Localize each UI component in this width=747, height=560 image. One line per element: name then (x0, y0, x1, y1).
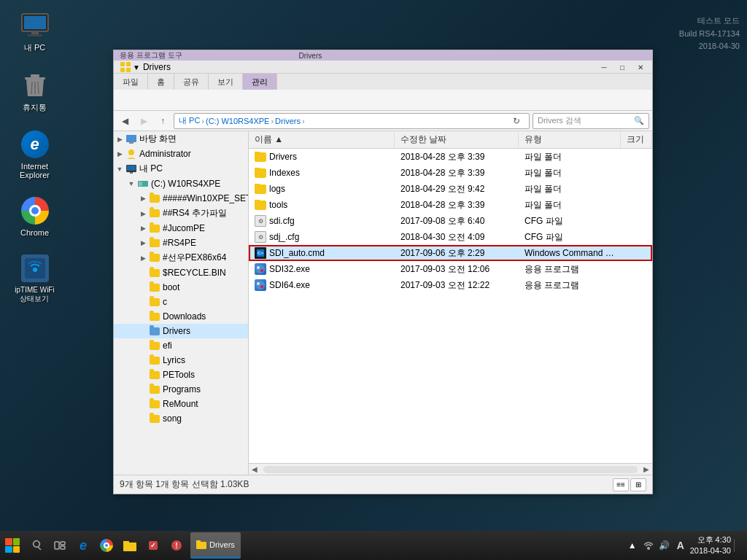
tree-item-downloads[interactable]: Downloads (114, 309, 248, 324)
tree-label-rs4: ##RS4 추가파일 (163, 207, 227, 219)
tree-item-song[interactable]: song (114, 411, 248, 426)
taskbar-task-view-icon[interactable] (50, 535, 70, 556)
tree-label-drive-c: (C:) W10RS4XPE (151, 179, 220, 189)
file-row-sdi64[interactable]: SDI64.exe 2017-09-03 오전 12:22 응용 프로그램 (249, 277, 652, 293)
tree-item-rs4[interactable]: ▶ ##RS4 추가파일 (114, 206, 248, 221)
tree-item-petools[interactable]: PETools (114, 368, 248, 382)
taskbar-search-icon[interactable] (26, 535, 47, 556)
file-row-indexes[interactable]: Indexes 2018-04-28 오후 3:39 파일 폴더 (249, 165, 652, 181)
col-header-name[interactable]: 이름 ▲ (249, 132, 395, 147)
svg-point-41 (647, 547, 650, 550)
tab-share[interactable]: 공유 (174, 74, 209, 90)
up-button[interactable]: ↑ (155, 113, 171, 129)
tab-file[interactable]: 파일 (114, 74, 148, 90)
maximize-button[interactable]: □ (614, 61, 631, 73)
folder-jucom-icon (149, 222, 160, 234)
file-row-tools[interactable]: tools 2018-04-28 오후 3:39 파일 폴더 (249, 197, 652, 213)
window-controls: ─ □ ✕ (595, 61, 649, 73)
tab-manage[interactable]: 관리 (243, 74, 277, 90)
minimize-button[interactable]: ─ (595, 61, 613, 73)
tab-view[interactable]: 보기 (209, 74, 243, 90)
file-row-sdi-cfg[interactable]: ⚙ sdi.cfg 2017-09-08 오후 6:40 CFG 파일 (249, 213, 652, 229)
desktop-icon-my-pc[interactable]: 내 PC (7, 7, 62, 56)
tree-item-admin[interactable]: ▶ Administrator (114, 147, 248, 161)
tree-item-drive-c[interactable]: ▼ (C:) W10RS4XPE (114, 176, 248, 191)
tree-item-c[interactable]: c (114, 295, 248, 309)
tray-up-arrow-icon[interactable]: ▲ (626, 539, 639, 552)
details-view-button[interactable]: ≡≡ (613, 478, 629, 491)
taskbar-ie-icon[interactable]: e (73, 535, 93, 556)
file-name-tools: tools (249, 200, 395, 210)
system-clock[interactable]: 오후 4:30 2018-04-30 (690, 534, 731, 557)
desktop-icon-recycle[interactable]: 휴지통 (7, 67, 62, 116)
horizontal-scrollbar[interactable]: ◀ ▶ (249, 463, 652, 475)
taskbar-file-manager-icon[interactable] (120, 535, 140, 556)
tree-label-jucom: #JucomPE (163, 223, 205, 233)
breadcrumb-my-pc[interactable]: 내 PC (179, 115, 200, 126)
file-row-sdi32[interactable]: SDI32.exe 2017-09-03 오전 12:06 응용 프로그램 (249, 261, 652, 277)
folder-song-icon (149, 413, 160, 424)
forward-button[interactable]: ▶ (136, 113, 152, 129)
taskbar-chrome-icon[interactable] (96, 535, 117, 556)
col-header-type[interactable]: 유형 (519, 132, 621, 147)
file-row-drivers[interactable]: Drivers 2018-04-28 오후 3:39 파일 폴더 (249, 149, 652, 165)
tree-item-sunwoo[interactable]: ▶ #선우PEX86x64 (114, 250, 248, 265)
file-type-drivers: 파일 폴더 (519, 151, 621, 163)
folder-programs-icon (149, 384, 160, 395)
col-header-size[interactable]: 크기 (621, 132, 652, 147)
tree-item-rs4pe[interactable]: ▶ #RS4PE (114, 236, 248, 250)
close-button[interactable]: ✕ (632, 61, 649, 73)
desktop-icon-iptime[interactable]: ipTIME WiFi 상태보기 (7, 251, 62, 307)
desktop: 테스트 모드 Build RS4-17134 2018-04-30 내 PC (0, 0, 747, 560)
file-row-logs[interactable]: logs 2018-04-29 오전 9:42 파일 폴더 (249, 181, 652, 197)
svg-rect-15 (126, 135, 136, 142)
tree-item-recycle-bin[interactable]: $RECYCLE.BIN (114, 265, 248, 280)
tree-item-efi[interactable]: efi (114, 338, 248, 353)
file-date-tools: 2018-04-28 오후 3:39 (395, 199, 519, 211)
tree-item-jucom[interactable]: ▶ #JucomPE (114, 221, 248, 236)
tree-item-desktop[interactable]: ▶ 바탕 화면 (114, 131, 248, 147)
tray-wifi-icon[interactable] (642, 539, 655, 552)
address-input[interactable]: 내 PC › (C:) W10RS4XPE › Drivers › ↻ (174, 113, 530, 129)
search-box[interactable]: Drivers 검색 🔍 (533, 113, 649, 129)
tiles-view-button[interactable]: ⊞ (630, 478, 646, 491)
start-button[interactable] (1, 534, 23, 556)
col-header-date[interactable]: 수정한 날짜 (395, 132, 519, 147)
tree-item-lyrics[interactable]: Lyrics (114, 353, 248, 368)
back-button[interactable]: ◀ (117, 113, 133, 129)
tree-item-win10[interactable]: ▶ #####Win10XPE_SET##... (114, 191, 248, 206)
file-date-indexes: 2018-04-28 오후 3:39 (395, 167, 519, 179)
file-date-sdi64: 2017-09-03 오전 12:22 (395, 279, 519, 292)
tray-volume-icon[interactable]: 🔊 (658, 539, 671, 552)
taskbar-extra-icon-2[interactable]: ! (166, 535, 187, 556)
file-date-sdi-auto-cmd: 2017-09-06 오후 2:29 (395, 247, 519, 260)
tray-ime-icon[interactable]: A (674, 539, 687, 552)
taskbar-window-drivers[interactable]: Drivers (190, 532, 241, 559)
scroll-right-btn[interactable]: ▶ (640, 464, 652, 475)
desktop-icon-ie[interactable]: e Internet Explorer (7, 127, 62, 182)
tree-item-programs[interactable]: Programs (114, 382, 248, 397)
taskbar-extra-icon-1[interactable]: ✓ (143, 535, 163, 556)
folder-boot-icon (149, 281, 160, 293)
tree-label-c: c (163, 297, 167, 307)
tree-label-win10: #####Win10XPE_SET##... (163, 193, 248, 203)
file-row-sdj-cfg[interactable]: ⚙ sdj_.cfg 2018-04-30 오전 4:09 CFG 파일 (249, 229, 652, 245)
file-name-drivers: Drivers (249, 152, 395, 162)
tab-home[interactable]: 홈 (148, 74, 174, 90)
tree-item-boot[interactable]: boot (114, 280, 248, 295)
show-desktop-button[interactable] (734, 539, 740, 552)
tree-label-programs: Programs (163, 384, 201, 394)
recycle-bin-icon (20, 70, 50, 99)
refresh-button[interactable]: ↻ (508, 113, 525, 129)
file-row-sdi-auto-cmd[interactable]: C> SDI_auto.cmd 2017-09-06 오후 2:29 Windo… (249, 245, 652, 261)
breadcrumb-drive[interactable]: (C:) W10RS4XPE (206, 117, 269, 125)
desktop-icon-chrome[interactable]: Chrome (7, 193, 62, 240)
tree-item-drivers[interactable]: Drivers (114, 324, 248, 338)
tree-item-remount[interactable]: ReMount (114, 397, 248, 411)
breadcrumb-drivers[interactable]: Drivers (275, 117, 301, 125)
tree-item-my-pc[interactable]: ▼ 내 PC (114, 161, 248, 176)
tree-label-admin: Administrator (139, 149, 191, 159)
svg-point-26 (256, 281, 265, 289)
scroll-left-btn[interactable]: ◀ (249, 464, 260, 475)
tree-label-rs4pe: #RS4PE (163, 238, 196, 248)
